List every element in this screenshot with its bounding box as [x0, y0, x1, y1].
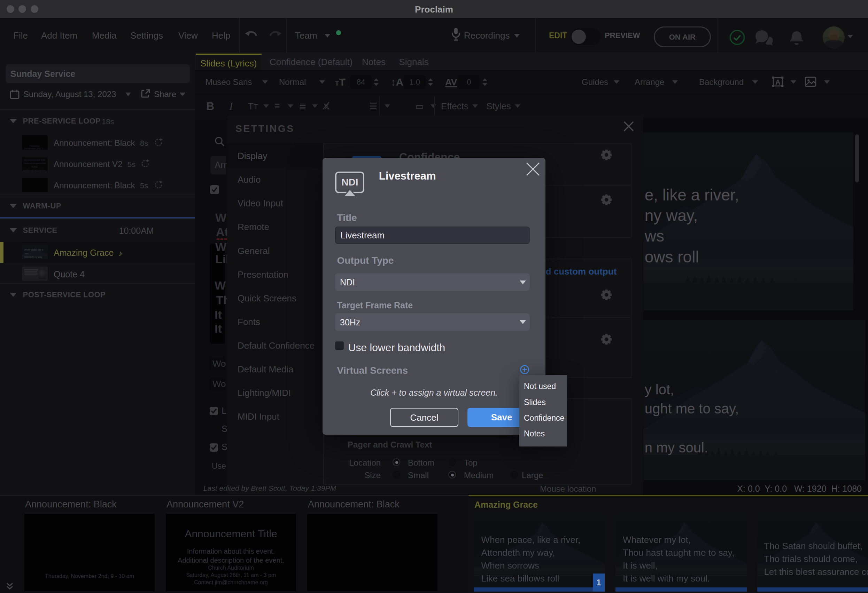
- svg-text:A: A: [775, 78, 780, 86]
